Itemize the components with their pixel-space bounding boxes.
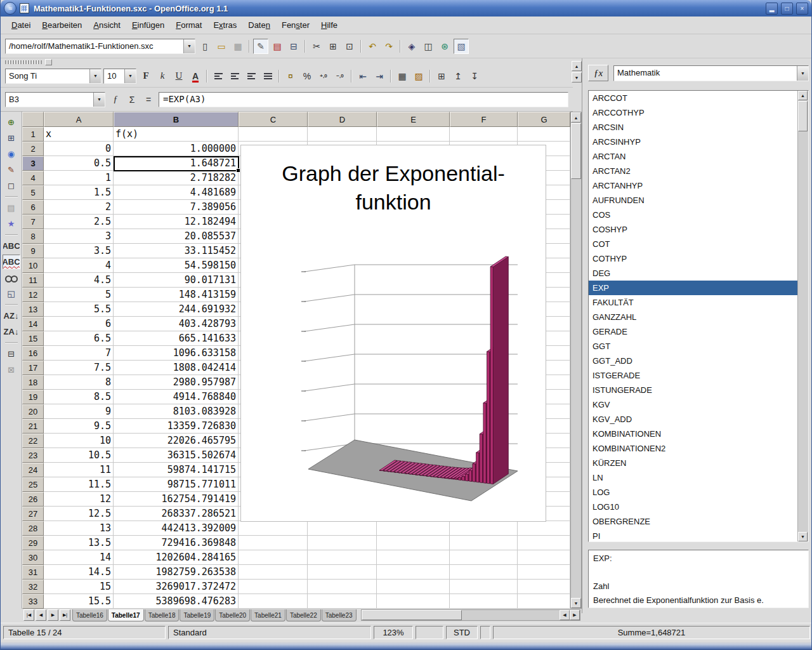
function-list-scroll-thumb[interactable]	[798, 101, 808, 131]
align-justify-icon[interactable]	[260, 69, 275, 84]
row-header-7[interactable]: 7	[22, 215, 44, 229]
row-header-6[interactable]: 6	[22, 200, 44, 215]
column-header-E[interactable]: E	[377, 112, 450, 127]
toolbar-scroll-down-button[interactable]: ▼	[572, 72, 582, 83]
row-header-26[interactable]: 26	[22, 492, 44, 507]
cell-A9[interactable]: 3.5	[44, 244, 114, 258]
cell-C33[interactable]	[239, 594, 308, 609]
row-header-20[interactable]: 20	[22, 404, 44, 419]
previous-sheet-button[interactable]: ◀	[36, 609, 46, 621]
font-size-dropdown-arrow[interactable]: ▼	[124, 69, 136, 83]
cell-A13[interactable]: 5.5	[44, 302, 114, 317]
cell-A3[interactable]: 0.5	[44, 156, 114, 171]
print-icon[interactable]: ⊟	[286, 39, 301, 54]
vertical-scroll-thumb[interactable]	[571, 123, 581, 179]
cell-B2[interactable]: 1.000000	[114, 142, 239, 156]
cell-B25[interactable]: 98715.771011	[114, 477, 239, 492]
function-item-arctan2[interactable]: ARCTAN2	[589, 164, 797, 178]
font-size-combo[interactable]: 10 ▼	[103, 69, 136, 84]
cell-A25[interactable]: 11.5	[44, 477, 114, 492]
cell-G29[interactable]	[518, 536, 570, 550]
cell-A18[interactable]: 8	[44, 375, 114, 390]
cell-B15[interactable]: 665.141633	[114, 331, 239, 346]
number-format-percent-icon[interactable]: %	[299, 69, 315, 84]
column-header-F[interactable]: F	[450, 112, 518, 127]
group-icon[interactable]: ⊟	[3, 347, 20, 361]
cell-A5[interactable]: 1.5	[44, 185, 114, 200]
status-sum[interactable]: Summe=1,648721	[493, 626, 810, 639]
cell-D32[interactable]	[308, 580, 377, 594]
navigator-window-icon[interactable]: ◱	[3, 286, 20, 301]
cell-D29[interactable]	[308, 536, 377, 550]
cell-A17[interactable]: 7.5	[44, 361, 114, 375]
function-item-kgv_add[interactable]: KGV_ADD	[589, 412, 797, 427]
cell-G30[interactable]	[518, 550, 570, 565]
menu-einfgen[interactable]: Einfügen	[126, 18, 170, 32]
status-page-style[interactable]: Standard	[168, 626, 371, 639]
align-left-icon[interactable]	[211, 69, 226, 84]
close-button[interactable]: ×	[796, 3, 808, 15]
cell-A27[interactable]: 12.5	[44, 507, 114, 521]
cell-B21[interactable]: 13359.726830	[114, 419, 239, 434]
function-item-kürzen[interactable]: KÜRZEN	[589, 456, 797, 470]
cell-A20[interactable]: 9	[44, 404, 114, 419]
row-header-5[interactable]: 5	[22, 185, 44, 200]
cell-C1[interactable]	[239, 127, 308, 142]
cell-reference-combo[interactable]: B3 ▼	[5, 92, 105, 107]
open-icon[interactable]: ▭	[214, 39, 229, 54]
url-dropdown-arrow[interactable]: ▼	[183, 39, 195, 53]
cell-B27[interactable]: 268337.286521	[114, 507, 239, 521]
column-header-D[interactable]: D	[308, 112, 377, 127]
cell-F32[interactable]	[450, 580, 518, 594]
sheet-tab-tabelle20[interactable]: Tabelle20	[215, 609, 250, 621]
function-category-combo[interactable]: Mathematik ▼	[613, 65, 809, 81]
function-item-arcsin[interactable]: ARCSIN	[589, 120, 797, 135]
cell-B33[interactable]: 5389698.476283	[114, 594, 239, 609]
row-header-24[interactable]: 24	[22, 463, 44, 477]
cell-E33[interactable]	[377, 594, 450, 609]
borders-icon[interactable]: ▦	[395, 69, 410, 84]
cell-B16[interactable]: 1096.633158	[114, 346, 239, 361]
cell-F31[interactable]	[450, 565, 518, 580]
function-item-kombinationen[interactable]: KOMBINATIONEN	[589, 427, 797, 441]
function-item-arccot[interactable]: ARCCOT	[589, 91, 797, 105]
sheet-tab-tabelle21[interactable]: Tabelle21	[251, 609, 285, 621]
menu-ansicht[interactable]: Ansicht	[88, 18, 126, 32]
insert-icon[interactable]: ⊕	[3, 115, 20, 129]
cell-B10[interactable]: 54.598150	[114, 258, 239, 273]
cell-A31[interactable]: 14.5	[44, 565, 114, 580]
row-header-17[interactable]: 17	[22, 361, 44, 375]
cell-A26[interactable]: 12	[44, 492, 114, 507]
export-pdf-icon[interactable]: ▤	[270, 39, 285, 54]
cell-reference-dropdown-arrow[interactable]: ▼	[93, 93, 105, 107]
function-item-arctan[interactable]: ARCTAN	[589, 149, 797, 164]
row-header-33[interactable]: 33	[22, 594, 44, 609]
background-color-icon[interactable]: ▨	[411, 69, 426, 84]
cell-F30[interactable]	[450, 550, 518, 565]
draw-functions-icon[interactable]: ✎	[3, 162, 20, 177]
italic-icon[interactable]: k	[155, 69, 170, 84]
cell-B4[interactable]: 2.718282	[114, 171, 239, 185]
toolbar-options-button[interactable]	[45, 59, 52, 65]
maximize-button[interactable]: □	[781, 3, 793, 15]
copy-icon[interactable]: ⊞	[325, 39, 341, 54]
cell-C29[interactable]	[239, 536, 308, 550]
row-header-4[interactable]: 4	[22, 171, 44, 185]
cell-B32[interactable]: 3269017.372472	[114, 580, 239, 594]
number-format-delete-decimal-icon[interactable]: −,0	[332, 69, 348, 84]
cell-B19[interactable]: 4914.768840	[114, 390, 239, 404]
sheet-tab-tabelle16[interactable]: Tabelle16	[72, 609, 107, 621]
cell-A33[interactable]: 15.5	[44, 594, 114, 609]
minimize-button[interactable]: ▂	[766, 3, 778, 15]
function-item-cot[interactable]: COT	[589, 237, 797, 251]
row-header-27[interactable]: 27	[22, 507, 44, 521]
spellcheck-icon[interactable]: ABC	[3, 239, 20, 253]
next-sheet-button[interactable]: ▶	[48, 609, 58, 621]
window-menu-button[interactable]: ≈	[4, 2, 16, 15]
row-header-30[interactable]: 30	[22, 550, 44, 565]
cell-B22[interactable]: 22026.465795	[114, 434, 239, 448]
function-item-istgerade[interactable]: ISTGERADE	[589, 368, 797, 383]
cell-B6[interactable]: 7.389056	[114, 200, 239, 215]
cell-A6[interactable]: 2	[44, 200, 114, 215]
row-header-13[interactable]: 13	[22, 302, 44, 317]
